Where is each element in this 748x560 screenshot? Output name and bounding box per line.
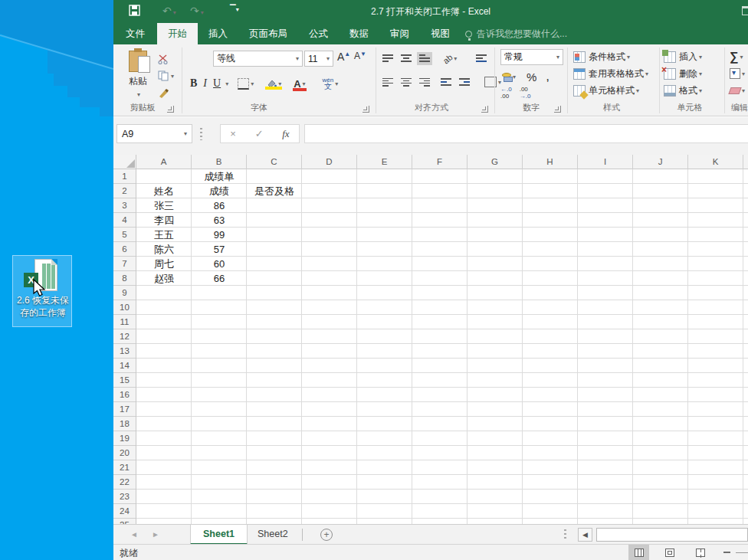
sheet-nav-left-icon[interactable]: ◄ — [130, 530, 138, 539]
tab-审阅[interactable]: 审阅 — [379, 23, 420, 44]
formula-input[interactable] — [304, 124, 748, 143]
decrease-indent-button[interactable] — [438, 76, 454, 89]
normal-view-button[interactable] — [628, 545, 649, 560]
column-header-F[interactable]: F — [412, 155, 468, 169]
increase-decimal-button[interactable]: ←.0.00 — [500, 86, 512, 100]
comma-style-button[interactable]: , — [546, 69, 550, 84]
font-dialog-launcher-icon[interactable] — [363, 106, 369, 113]
hscroll-left-icon[interactable]: ◀ — [578, 528, 592, 542]
cell-A8[interactable]: 赵强 — [136, 271, 192, 286]
select-all-corner[interactable] — [113, 155, 136, 169]
cell-A5[interactable]: 王五 — [136, 228, 192, 242]
tab-视图[interactable]: 视图 — [420, 23, 461, 44]
tab-开始[interactable]: 开始 — [157, 23, 198, 44]
accounting-format-button[interactable]: ▾ — [500, 70, 517, 83]
row-header-12[interactable]: 12 — [113, 329, 136, 344]
row-header-21[interactable]: 21 — [113, 460, 136, 475]
cell-A4[interactable]: 李四 — [136, 213, 192, 228]
cell-A3[interactable]: 张三 — [136, 198, 192, 213]
cell-B7[interactable]: 60 — [192, 257, 247, 271]
sheet-nav-right-icon[interactable]: ► — [152, 530, 159, 539]
bottom-align-button[interactable] — [417, 52, 432, 65]
row-header-16[interactable]: 16 — [113, 388, 136, 402]
row-header-11[interactable]: 11 — [113, 315, 136, 329]
font-name-combo[interactable]: 等线▾ — [213, 51, 303, 67]
top-align-button[interactable] — [380, 52, 395, 65]
column-header-E[interactable]: E — [357, 155, 412, 169]
alignment-dialog-launcher-icon[interactable] — [481, 106, 488, 113]
cell-button-1[interactable]: 删除▾ — [664, 66, 702, 81]
column-header-A[interactable]: A — [136, 155, 192, 169]
row-header-5[interactable]: 5 — [113, 228, 136, 242]
phonetic-guide-button[interactable]: wén 文 ▾ — [321, 76, 340, 92]
format-painter-button[interactable] — [158, 84, 181, 101]
ribbon-display-options-icon[interactable] — [742, 6, 748, 15]
cell-B6[interactable]: 57 — [192, 242, 247, 257]
row-header-24[interactable]: 24 — [113, 504, 136, 519]
row-header-1[interactable]: 1 — [113, 169, 136, 184]
underline-button[interactable]: U — [210, 77, 224, 90]
center-button[interactable] — [399, 76, 414, 89]
tab-公式[interactable]: 公式 — [298, 23, 339, 44]
row-header-3[interactable]: 3 — [113, 198, 136, 213]
cell-button-0[interactable]: 插入▾ — [664, 49, 702, 64]
tab-file[interactable]: 文件 — [113, 23, 157, 44]
cell-B8[interactable]: 66 — [192, 271, 247, 286]
column-header-K[interactable]: K — [688, 155, 743, 169]
zoom-out-button[interactable] — [723, 552, 730, 553]
number-format-combo[interactable]: 常规▾ — [500, 49, 563, 65]
wrap-text-button[interactable] — [474, 52, 489, 65]
row-header-19[interactable]: 19 — [113, 431, 136, 446]
borders-button[interactable]: ▾ — [236, 77, 255, 91]
number-dialog-launcher-icon[interactable] — [554, 106, 561, 113]
tab-插入[interactable]: 插入 — [198, 23, 238, 44]
cell-A7[interactable]: 周七 — [136, 257, 192, 271]
row-header-23[interactable]: 23 — [113, 490, 136, 504]
row-header-4[interactable]: 4 — [113, 213, 136, 228]
column-header-C[interactable]: C — [247, 155, 302, 169]
style-button-2[interactable]: 单元格样式▾ — [573, 83, 639, 98]
row-header-17[interactable]: 17 — [113, 402, 136, 417]
sheet-tab-sheet2[interactable]: Sheet2 — [245, 525, 300, 545]
tab-页面布局[interactable]: 页面布局 — [238, 23, 298, 44]
column-header-G[interactable]: G — [468, 155, 523, 169]
underline-caret-icon[interactable]: ▾ — [225, 80, 228, 87]
sheet-tab-sheet1[interactable]: Sheet1 — [190, 525, 248, 545]
cell-B4[interactable]: 63 — [192, 213, 247, 228]
orientation-button[interactable]: ab ▾ — [441, 53, 458, 65]
cell-A2[interactable]: 姓名 — [136, 184, 192, 198]
column-header-I[interactable]: I — [578, 155, 633, 169]
column-header-D[interactable]: D — [302, 155, 357, 169]
cut-button[interactable] — [158, 51, 181, 67]
column-header-H[interactable]: H — [523, 155, 578, 169]
font-color-button[interactable]: A ▾ — [292, 77, 307, 91]
cell-B5[interactable]: 99 — [192, 228, 247, 242]
bold-button[interactable]: B — [187, 77, 200, 90]
cancel-button[interactable]: × — [230, 128, 236, 139]
page-break-view-button[interactable] — [690, 545, 710, 560]
row-header-14[interactable]: 14 — [113, 359, 136, 373]
page-layout-view-button[interactable] — [659, 545, 680, 560]
zoom-slider[interactable] — [736, 552, 748, 553]
cell-B2[interactable]: 成绩 — [192, 184, 247, 198]
clear-button[interactable]: ▾ — [730, 83, 745, 98]
decrease-decimal-button[interactable]: .00→.0 — [520, 86, 531, 100]
cell-B1[interactable]: 成绩单 — [192, 169, 247, 184]
cell-A6[interactable]: 陈六 — [136, 242, 192, 257]
tab-数据[interactable]: 数据 — [339, 23, 379, 44]
align-right-button[interactable] — [417, 76, 432, 89]
row-header-7[interactable]: 7 — [113, 257, 136, 271]
column-header-J[interactable]: J — [633, 155, 688, 169]
cells-area[interactable]: 成绩单姓名成绩是否及格张三86李四63王五99陈六57周七60赵强66 — [136, 169, 748, 524]
tab-scroll-splitter[interactable] — [564, 529, 566, 540]
row-header-13[interactable]: 13 — [113, 344, 136, 359]
new-sheet-button[interactable]: + — [320, 529, 333, 541]
cell-C2[interactable]: 是否及格 — [247, 184, 302, 198]
row-header-20[interactable]: 20 — [113, 446, 136, 460]
column-header-B[interactable]: B — [192, 155, 247, 169]
row-header-25[interactable]: 25 — [113, 519, 136, 524]
style-button-1[interactable]: 套用表格格式▾ — [573, 66, 648, 81]
percent-style-button[interactable]: % — [527, 70, 536, 84]
row-header-22[interactable]: 22 — [113, 475, 136, 490]
row-header-8[interactable]: 8 — [113, 271, 136, 286]
